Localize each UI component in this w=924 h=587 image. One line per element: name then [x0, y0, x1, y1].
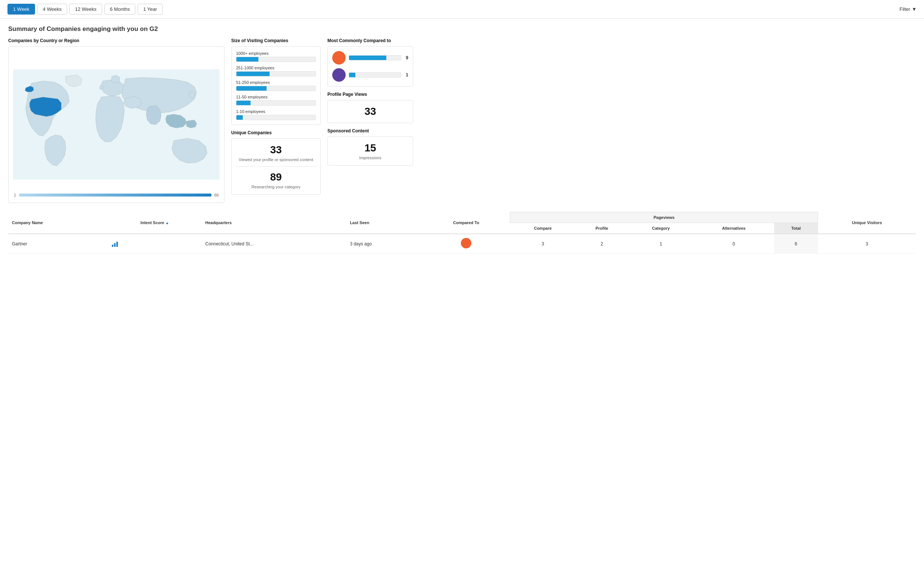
filter-button[interactable]: Filter ▼	[899, 7, 917, 12]
map-label: Companies by Country or Region	[8, 38, 224, 43]
size-bar-item-1: 1-10 employees	[236, 109, 316, 120]
top-navigation: 1 Week 4 Weeks 12 Weeks 6 Months 1 Year …	[0, 0, 924, 19]
main-content: Summary of Companies engaging with you o…	[0, 19, 924, 260]
time-filter-group: 1 Week 4 Weeks 12 Weeks 6 Months 1 Year	[7, 4, 163, 15]
filter-dropdown-icon: ▼	[912, 7, 917, 12]
unique-companies-box: 33 Viewed your profile or sponsored cont…	[231, 139, 321, 195]
size-bar-fill-1000	[236, 57, 258, 61]
compared-container: 9 1	[327, 46, 413, 87]
th-category: Category	[628, 223, 693, 234]
4-weeks-button[interactable]: 4 Weeks	[37, 4, 67, 15]
compared-to-dot	[461, 238, 471, 248]
cell-last-seen: 3 days ago	[346, 234, 422, 254]
size-bar-fill-51	[236, 86, 267, 91]
size-bar-label-1: 1-10 employees	[236, 109, 316, 114]
size-bar-label-11: 11-50 employees	[236, 95, 316, 99]
sponsored-content-sublabel: Impressions	[332, 155, 408, 160]
compared-bar-fill-1	[349, 56, 386, 60]
th-alternatives: Alternatives	[693, 223, 774, 234]
compared-bar-fill-2	[349, 73, 355, 77]
6-months-button[interactable]: 6 Months	[104, 4, 135, 15]
right-panel: Most Commonly Compared to 9	[327, 38, 413, 203]
sponsored-content-value: 15	[332, 142, 408, 154]
section-title: Summary of Companies engaging with you o…	[8, 25, 916, 33]
cell-intent-score	[108, 234, 202, 254]
size-bar-fill-1	[236, 115, 243, 120]
unique-companies-number1: 33	[236, 144, 316, 156]
th-compared-to: Compared To	[422, 212, 510, 234]
map-panel: Companies by Country or Region	[8, 38, 224, 203]
size-bar-fill-251	[236, 72, 270, 76]
sort-icon: ▲	[165, 221, 169, 225]
th-pageviews-group: Pageviews	[510, 212, 818, 223]
cell-headquarters: Connecticut, United St...	[201, 234, 346, 254]
compared-bar-wrap-1	[349, 55, 401, 60]
1-week-button[interactable]: 1 Week	[7, 4, 35, 15]
cell-unique-visitors: 3	[818, 234, 916, 254]
size-bar-fill-11	[236, 101, 251, 105]
cell-company-name: Gartner	[8, 234, 108, 254]
compared-row-2: 1	[332, 68, 408, 82]
th-total: Total	[774, 223, 818, 234]
legend-min: 1	[14, 193, 16, 197]
companies-table: Company Name Intent Score ▲ Headquarters…	[8, 212, 916, 254]
th-company-name: Company Name	[8, 212, 108, 234]
size-bar-label-51: 51-250 employees	[236, 80, 316, 85]
profile-page-views-value: 33	[332, 106, 408, 117]
cell-alternatives: 0	[693, 234, 774, 254]
cell-category: 1	[628, 234, 693, 254]
cell-compared-to	[422, 234, 510, 254]
cell-compare: 3	[510, 234, 576, 254]
most-compared-label: Most Commonly Compared to	[327, 38, 413, 43]
th-intent-score: Intent Score ▲	[108, 212, 202, 234]
size-visiting-label: Size of Visiting Companies	[231, 38, 321, 43]
intent-bar-3	[116, 242, 118, 247]
table-section: Company Name Intent Score ▲ Headquarters…	[8, 212, 916, 254]
th-compare: Compare	[510, 223, 576, 234]
sponsored-content-box: 15 Impressions	[327, 137, 413, 166]
size-bar-track-1	[236, 115, 316, 120]
12-weeks-button[interactable]: 12 Weeks	[69, 4, 102, 15]
size-bar-item-251: 251-1000 employees	[236, 66, 316, 76]
legend-max: 66	[214, 193, 219, 197]
size-bar-track-1000	[236, 57, 316, 62]
th-headquarters: Headquarters	[201, 212, 346, 234]
cell-profile: 2	[576, 234, 628, 254]
table-row: Gartner Connecticut, United St... 3 days…	[8, 234, 916, 254]
th-profile: Profile	[576, 223, 628, 234]
1-year-button[interactable]: 1 Year	[138, 4, 163, 15]
size-bar-track-251	[236, 71, 316, 76]
compared-bar-track-2	[349, 73, 401, 77]
th-unique-visitors: Unique Visitors	[818, 212, 916, 234]
middle-panel: Size of Visiting Companies 1000+ employe…	[231, 38, 321, 203]
compared-count-1: 9	[406, 55, 408, 60]
map-legend: 1 66	[14, 193, 219, 197]
size-bar-track-11	[236, 100, 316, 106]
cell-total: 6	[774, 234, 818, 254]
legend-gradient-bar	[19, 193, 211, 196]
profile-page-views-label: Profile Page Views	[327, 92, 413, 97]
compared-bar-wrap-2	[349, 73, 401, 77]
unique-companies-label2: Researching your category	[236, 185, 316, 189]
map-container: 1 66	[8, 46, 224, 203]
size-bar-item-51: 51-250 employees	[236, 80, 316, 91]
profile-page-views-box: 33	[327, 100, 413, 123]
unique-companies-label1: Viewed your profile or sponsored content	[236, 157, 316, 162]
intent-bar-2	[114, 243, 116, 247]
intent-bar-1	[112, 245, 113, 247]
filter-label: Filter	[899, 7, 910, 12]
sponsored-content-label: Sponsored Content	[327, 128, 413, 134]
unique-companies-number2: 89	[236, 171, 316, 183]
size-bar-item-11: 11-50 employees	[236, 95, 316, 106]
size-bar-item-1000: 1000+ employees	[236, 51, 316, 62]
size-bar-label-251: 251-1000 employees	[236, 66, 316, 70]
compared-circle-1	[332, 51, 346, 64]
size-bars-container: 1000+ employees 251-1000 employees 51-25…	[231, 46, 321, 125]
size-bar-track-51	[236, 86, 316, 91]
compared-row-1: 9	[332, 51, 408, 64]
compared-bar-track-1	[349, 55, 401, 60]
th-last-seen: Last Seen	[346, 212, 422, 234]
world-map	[13, 51, 219, 198]
top-section: Companies by Country or Region	[8, 38, 916, 203]
compared-circle-2	[332, 68, 346, 82]
